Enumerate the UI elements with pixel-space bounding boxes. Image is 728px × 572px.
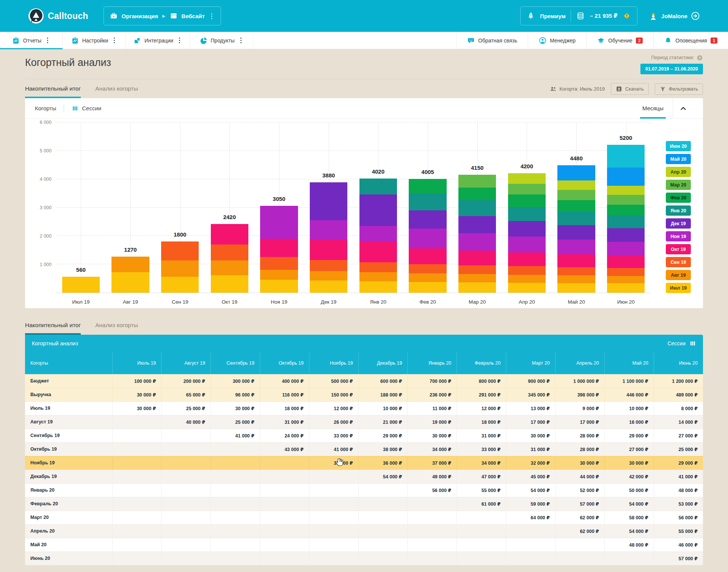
- table-cell[interactable]: [555, 538, 604, 552]
- table-cell[interactable]: 500 000 ₽: [309, 374, 358, 388]
- table-row-Февраль 20[interactable]: Февраль 2061 000 ₽59 000 ₽57 000 ₽54 000…: [25, 497, 703, 511]
- table-cell[interactable]: [457, 552, 506, 565]
- table-cell[interactable]: 27 000 ₽: [604, 442, 654, 456]
- help-icon[interactable]: ?: [697, 55, 703, 61]
- legend-chip-Мар 20[interactable]: Мар 20: [666, 180, 691, 190]
- bar-segment-Ноя 19[interactable]: [557, 240, 595, 254]
- bar-segment-Ноя 19[interactable]: [310, 220, 347, 240]
- table-cell[interactable]: [358, 552, 408, 565]
- bar-segment-Ноя 19[interactable]: [508, 237, 546, 252]
- table-cell[interactable]: [309, 483, 358, 497]
- table-cell[interactable]: [162, 524, 211, 538]
- table-cell[interactable]: 29 000 ₽: [604, 429, 654, 442]
- table-row-Ноябрь 19[interactable]: Ноябрь 1938 000 ₽36 000 ₽37 000 ₽34 000 …: [25, 456, 703, 470]
- bar-segment-Окт 19[interactable]: [508, 252, 546, 266]
- premium-label[interactable]: Премиум: [540, 13, 566, 19]
- table-cell[interactable]: 28 000 ₽: [555, 429, 604, 442]
- bar-segment-Июл 19[interactable]: [111, 272, 149, 293]
- table-row-Апрель 20[interactable]: Апрель 2062 000 ₽54 000 ₽55 000 ₽: [25, 524, 703, 538]
- table-cell[interactable]: [408, 497, 457, 511]
- table-cell[interactable]: [358, 538, 408, 552]
- nav-item-feedback[interactable]: Обратная связь: [456, 32, 528, 49]
- table-cell[interactable]: 28 000 ₽: [555, 442, 604, 456]
- table-cell[interactable]: [112, 552, 162, 565]
- table-tab-cumulative-total[interactable]: Накопительный итог: [25, 322, 81, 335]
- bar-segment-Июл 19[interactable]: [62, 277, 100, 293]
- table-cell[interactable]: 18 000 ₽: [457, 415, 506, 429]
- table-cell[interactable]: [211, 483, 260, 497]
- table-cell[interactable]: [162, 456, 211, 470]
- table-cell[interactable]: 58 000 ₽: [604, 511, 654, 524]
- table-cell[interactable]: [408, 511, 457, 524]
- bar-segment-Мар 20[interactable]: [607, 195, 645, 205]
- table-cell[interactable]: 62 000 ₽: [555, 511, 604, 524]
- table-cell[interactable]: [162, 552, 211, 565]
- table-cell[interactable]: 25 000 ₽: [654, 442, 703, 456]
- cohort-selector[interactable]: Когорта: Июль 2019: [550, 86, 605, 92]
- bar-segment-Апр 20[interactable]: [557, 180, 595, 190]
- table-cell[interactable]: 53 000 ₽: [654, 497, 703, 511]
- table-cell[interactable]: 32 000 ₽: [506, 456, 555, 470]
- table-cell[interactable]: [112, 456, 162, 470]
- tab-cohort-analysis[interactable]: Анализ когорты: [95, 85, 138, 98]
- table-cell[interactable]: 1 100 000 ₽: [604, 374, 654, 388]
- bar-segment-Май 20[interactable]: [557, 165, 595, 180]
- bar-segment-Янв 20[interactable]: [409, 193, 446, 210]
- table-cell[interactable]: [211, 442, 260, 456]
- tab-cumulative-total[interactable]: Накопительный итог: [25, 85, 81, 98]
- bar-segment-Авг 19[interactable]: [161, 260, 199, 277]
- table-row-Август 19[interactable]: Август 1940 000 ₽25 000 ₽31 000 ₽26 000 …: [25, 415, 703, 429]
- bar-segment-Фев 20[interactable]: [458, 188, 496, 201]
- bar-segment-Авг 19[interactable]: [508, 275, 546, 283]
- table-cell[interactable]: [260, 456, 309, 470]
- table-cell[interactable]: [112, 497, 162, 511]
- period-range-button[interactable]: 01.07.2019 – 31.06.2020: [640, 64, 703, 74]
- months-tab[interactable]: Месяцы: [640, 98, 666, 119]
- bar-segment-Июл 19[interactable]: [359, 281, 397, 293]
- table-cell[interactable]: 345 000 ₽: [506, 388, 555, 401]
- table-cell[interactable]: [457, 538, 506, 552]
- table-cell[interactable]: [211, 524, 260, 538]
- bar-segment-Дек 19[interactable]: [409, 210, 446, 229]
- table-cell[interactable]: [555, 552, 604, 565]
- bar-segment-Янв 20[interactable]: [508, 207, 546, 221]
- bar-segment-Дек 19[interactable]: [557, 225, 595, 240]
- table-cell[interactable]: 14 000 ₽: [654, 415, 703, 429]
- bar-segment-Авг 19[interactable]: [557, 275, 595, 283]
- cohorts-toggle[interactable]: Когорты: [35, 105, 56, 111]
- table-cell[interactable]: 10 000 ₽: [358, 401, 408, 415]
- table-cell[interactable]: 31 000 ₽: [260, 415, 309, 429]
- table-cell[interactable]: [162, 429, 211, 442]
- bar-segment-Авг 19[interactable]: [607, 276, 645, 284]
- download-button[interactable]: Скачать: [611, 83, 649, 95]
- bar-segment-Дек 19[interactable]: [359, 194, 397, 226]
- nav-item-alerts[interactable]: Оповещения1: [653, 32, 728, 49]
- table-cell[interactable]: 200 000 ₽: [162, 374, 211, 388]
- bar-segment-Авг 19[interactable]: [260, 270, 298, 280]
- bar-segment-Сен 19[interactable]: [557, 267, 595, 276]
- nav-item-integrations-kebab-icon[interactable]: [177, 36, 182, 45]
- table-cell[interactable]: [506, 552, 555, 565]
- legend-chip-Авг 19[interactable]: Авг 19: [666, 270, 691, 280]
- table-row-Январь 20[interactable]: Январь 2056 000 ₽55 000 ₽54 000 ₽52 000 …: [25, 483, 703, 497]
- table-cell[interactable]: 29 000 ₽: [358, 429, 408, 442]
- table-cell[interactable]: 37 000 ₽: [408, 456, 457, 470]
- table-cell[interactable]: 291 000 ₽: [457, 388, 506, 401]
- table-cell[interactable]: [162, 483, 211, 497]
- table-cell[interactable]: 52 000 ₽: [555, 483, 604, 497]
- table-cell[interactable]: 34 000 ₽: [408, 442, 457, 456]
- table-cell[interactable]: [162, 497, 211, 511]
- table-cell[interactable]: 188 000 ₽: [358, 388, 408, 401]
- bar-segment-Дек 19[interactable]: [458, 216, 496, 233]
- bar-segment-Июл 19[interactable]: [310, 281, 347, 293]
- table-cell[interactable]: [112, 511, 162, 524]
- table-cell[interactable]: 16 000 ₽: [604, 415, 654, 429]
- table-cell[interactable]: [358, 511, 408, 524]
- table-cell[interactable]: [260, 470, 309, 483]
- bar-segment-Мар 20[interactable]: [508, 184, 546, 195]
- bar-segment-Янв 20[interactable]: [607, 215, 645, 228]
- table-cell[interactable]: 900 000 ₽: [506, 374, 555, 388]
- nav-item-settings[interactable]: Настройки: [63, 32, 126, 49]
- table-cell[interactable]: 116 000 ₽: [260, 388, 309, 401]
- sessions-toggle[interactable]: Сессии: [72, 105, 101, 112]
